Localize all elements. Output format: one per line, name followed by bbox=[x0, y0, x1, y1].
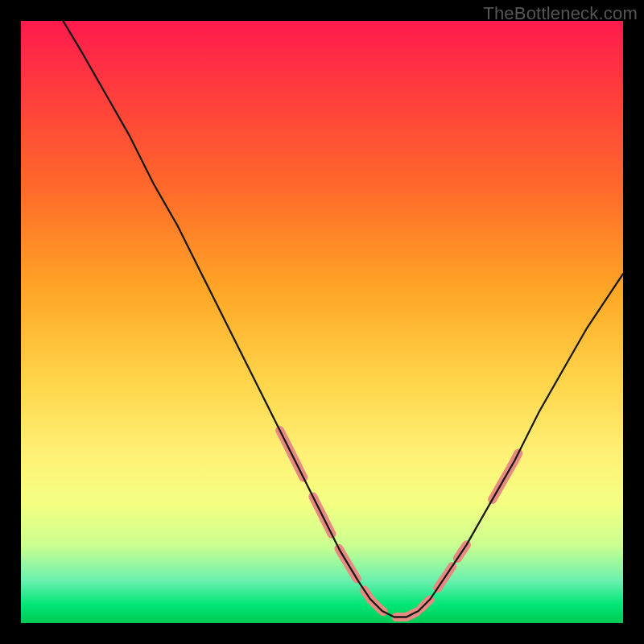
highlight-group bbox=[280, 431, 518, 617]
plot-area bbox=[21, 21, 623, 623]
bottleneck-curve bbox=[63, 21, 623, 617]
chart-frame: TheBottleneck.com bbox=[0, 0, 644, 644]
curve-svg bbox=[21, 21, 623, 623]
